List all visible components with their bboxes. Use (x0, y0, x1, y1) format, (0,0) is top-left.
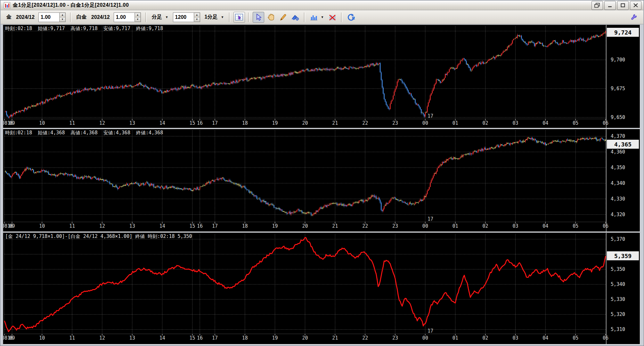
svg-text:21: 21 (332, 223, 338, 229)
maximize-button[interactable] (617, 1, 629, 10)
svg-text:17: 17 (428, 216, 433, 222)
bar-type-label: 分足 (152, 14, 162, 20)
bar-chart-icon (310, 13, 318, 21)
interval-dropdown-arrow[interactable]: ▼ (221, 15, 224, 19)
gold-plot-svg[interactable]: 9,7259,7009,6759,65008091011121314151617… (3, 25, 640, 128)
svg-text:15: 15 (190, 223, 195, 229)
close-icon (633, 3, 638, 7)
svg-text:17: 17 (428, 328, 433, 334)
svg-text:14: 14 (159, 223, 165, 229)
svg-text:9,675: 9,675 (611, 86, 625, 91)
svg-text:05: 05 (573, 223, 578, 229)
svg-text:02: 02 (483, 120, 488, 126)
svg-text:12: 12 (99, 335, 105, 341)
spread-chart-panel: 5,3705,3605,3505,3405,3305,3205,31008091… (3, 232, 640, 344)
pan-hand-button[interactable] (265, 12, 276, 22)
svg-text:02: 02 (483, 335, 488, 341)
bar-count-spinner[interactable]: 1200 ▲ ▼ (173, 12, 200, 22)
chart-type-button[interactable] (308, 12, 319, 22)
delete-study-button[interactable] (327, 12, 338, 22)
minimize-icon (608, 4, 612, 7)
svg-text:11: 11 (69, 223, 75, 229)
svg-text:5,340: 5,340 (611, 281, 625, 287)
svg-text:4,320: 4,320 (611, 212, 625, 217)
svg-text:4,370: 4,370 (611, 133, 625, 139)
svg-text:19: 19 (272, 335, 278, 341)
svg-text:18: 18 (242, 120, 248, 126)
platinum-multiplier-value: 1.00 (114, 13, 135, 22)
svg-text:21: 21 (332, 335, 338, 341)
svg-text:04: 04 (542, 223, 548, 229)
svg-text:9,650: 9,650 (611, 114, 625, 120)
svg-text:4,340: 4,340 (611, 180, 625, 186)
reload-button[interactable]: R (346, 12, 356, 22)
select-pointer-button[interactable] (253, 12, 264, 23)
spinner-buttons: ▲ ▼ (194, 13, 200, 22)
spin-up-button[interactable]: ▲ (194, 13, 200, 17)
spread-info-line: [金 24/12 9,718×1.00]-[白金 24/12 4,368×1.0… (5, 233, 192, 240)
close-button[interactable] (630, 1, 641, 10)
svg-text:04: 04 (542, 335, 548, 341)
delete-chart-icon (328, 13, 337, 21)
cascade-windows-button[interactable] (591, 1, 603, 10)
svg-text:00: 00 (422, 335, 428, 341)
gold-multiplier-spinner[interactable]: 1.00 ▲ ▼ (38, 12, 66, 22)
platinum-plot-svg[interactable]: 4,3704,3604,3504,3404,3304,3200809101112… (3, 129, 640, 232)
cascade-icon (594, 3, 600, 8)
spin-down-button[interactable]: ▼ (60, 17, 65, 22)
toolbar-separator (145, 12, 147, 22)
svg-text:13: 13 (129, 120, 135, 126)
svg-text:05: 05 (573, 120, 578, 126)
svg-text:23: 23 (392, 335, 398, 341)
title-bar[interactable]: 金1分足[2024/12]1.00 - 白金1分足[2024/12]1.00 (1, 1, 643, 10)
chart-type-dropdown-arrow[interactable]: ▼ (321, 15, 324, 19)
svg-text:11: 11 (69, 120, 75, 126)
platinum-last-price-box: 4,365 (607, 139, 639, 149)
main-toolbar: 金 2024/12 1.00 ▲ ▼ 白金 2024/12 1.00 ▲ ▼ 分… (1, 10, 643, 24)
svg-text:16: 16 (7, 335, 13, 341)
svg-text:05: 05 (573, 335, 578, 341)
svg-text:17: 17 (212, 335, 218, 341)
svg-text:13: 13 (129, 335, 135, 341)
spin-down-button[interactable]: ▼ (194, 17, 200, 22)
draw-pencil-button[interactable] (278, 12, 289, 22)
chart-cursor-mode-button[interactable] (233, 12, 245, 23)
spin-up-button[interactable]: ▲ (135, 13, 141, 17)
gold-info-line: 時刻:02:18 始値:9,717 高値:9,718 安値:9,717 終値:9… (5, 26, 163, 32)
svg-text:16: 16 (7, 223, 13, 229)
pointer-icon (255, 13, 262, 21)
svg-text:4,360: 4,360 (611, 149, 625, 155)
minimize-button[interactable] (604, 1, 616, 10)
svg-text:20: 20 (302, 120, 308, 126)
spread-plot-svg[interactable]: 5,3705,3605,3505,3405,3305,3205,31008091… (3, 233, 640, 344)
svg-text:11: 11 (69, 335, 75, 341)
svg-text:12: 12 (99, 120, 105, 126)
maximize-icon (621, 3, 625, 7)
settings-wrench-button[interactable] (629, 12, 640, 22)
svg-text:16: 16 (197, 223, 203, 229)
svg-text:21: 21 (332, 120, 338, 126)
marker-icon (291, 13, 300, 21)
bar-type-dropdown-arrow[interactable]: ▼ (165, 15, 168, 19)
svg-text:16: 16 (197, 335, 203, 341)
svg-text:12: 12 (99, 223, 105, 229)
spin-up-button[interactable]: ▲ (60, 13, 65, 17)
svg-text:01: 01 (452, 120, 458, 126)
spinner-buttons: ▲ ▼ (135, 13, 141, 22)
gold-chart-panel: 9,7259,7009,6759,65008091011121314151617… (3, 25, 640, 128)
svg-text:5,310: 5,310 (611, 326, 625, 332)
svg-text:20: 20 (302, 223, 308, 229)
marker-crosshair-button[interactable] (290, 12, 301, 22)
svg-text:10: 10 (39, 335, 45, 341)
svg-text:14: 14 (159, 120, 165, 126)
svg-text:01: 01 (452, 335, 458, 341)
bar-count-value: 1200 (173, 13, 194, 22)
svg-text:16: 16 (197, 120, 203, 126)
spin-down-button[interactable]: ▼ (135, 17, 141, 22)
svg-text:4,350: 4,350 (611, 165, 625, 170)
svg-text:18: 18 (242, 223, 248, 229)
pencil-icon (279, 13, 287, 21)
chart-cursor-icon (235, 13, 243, 21)
platinum-multiplier-spinner[interactable]: 1.00 ▲ ▼ (114, 12, 141, 22)
svg-text:06: 06 (603, 335, 608, 341)
